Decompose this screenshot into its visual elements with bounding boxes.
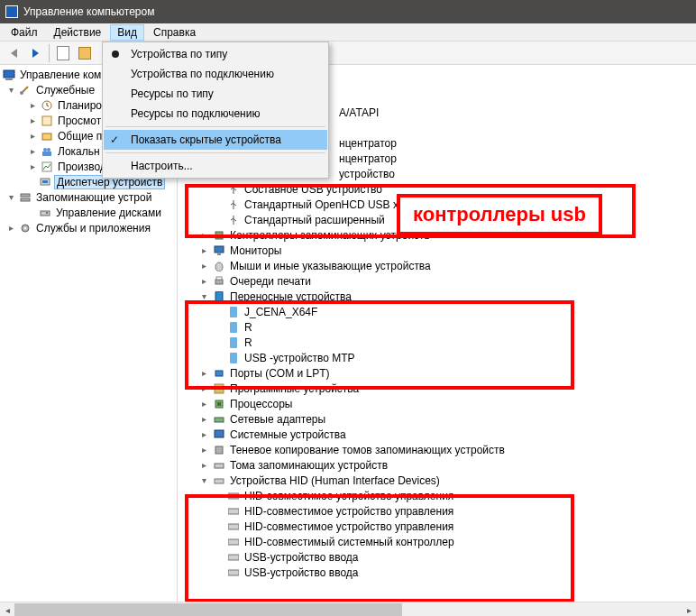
dev-hid4[interactable]: HID-совместимый системный контроллер (179, 534, 694, 549)
svg-rect-30 (215, 384, 224, 393)
menu-customize[interactable]: Настроить... (104, 156, 327, 176)
tree-svcapps[interactable]: ▸ Службы и приложения (0, 220, 177, 235)
device-label: HID-совместимое устройство управления (243, 520, 455, 533)
device-label: Стандартный расширенный (243, 214, 387, 226)
chevron-down-icon[interactable]: ▾ (5, 192, 16, 202)
dev-usbinp1[interactable]: USB-устройство ввода (179, 549, 694, 565)
scroll-thumb[interactable] (14, 603, 402, 616)
chevron-right-icon[interactable]: ▸ (27, 131, 38, 141)
chevron-down-icon[interactable]: ▾ (5, 85, 16, 95)
forward-button[interactable] (25, 43, 45, 63)
device-label: HID-совместимое устройство управления (243, 505, 455, 518)
svg-point-17 (24, 226, 27, 229)
dev-usbinp2[interactable]: USB-устройство ввода (179, 565, 694, 580)
cat-hid[interactable]: ▾Устройства HID (Human Interface Devices… (179, 473, 694, 488)
net-icon (212, 413, 226, 426)
chevron-right-icon[interactable]: ▸ (27, 161, 38, 171)
view-menu-dropdown[interactable]: Устройства по типу Устройства по подключ… (102, 41, 329, 179)
chevron-right-icon[interactable]: ▸ (197, 276, 210, 286)
horizontal-scrollbar[interactable]: ◂ ▸ (0, 602, 696, 616)
chevron-right-icon[interactable]: ▸ (197, 445, 210, 455)
dev-openhcd[interactable]: Стандартный OpenHCD USB х (179, 197, 694, 212)
devmgr-icon (38, 176, 52, 188)
chevron-right-icon[interactable]: ▸ (197, 261, 210, 271)
device-label: USB-устройство ввода (243, 551, 361, 564)
device-label: Стандартный OpenHCD USB х (243, 198, 400, 211)
dev-r1[interactable]: R (179, 319, 694, 335)
computer-icon (212, 428, 226, 441)
cat-cpus[interactable]: ▸Процессоры (179, 396, 694, 411)
chevron-right-icon[interactable]: ▸ (27, 146, 38, 156)
svg-rect-43 (228, 570, 239, 575)
dev-hid3[interactable]: HID-совместимое устройство управления (179, 519, 694, 534)
device-label: Системные устройства (228, 428, 348, 441)
cat-portable[interactable]: ▾ Переносные устройства (179, 289, 694, 304)
chevron-right-icon[interactable]: ▸ (197, 460, 210, 470)
svg-rect-24 (215, 291, 223, 302)
chevron-right-icon[interactable]: ▸ (197, 414, 210, 424)
scroll-left-button[interactable]: ◂ (0, 602, 14, 616)
cat-volumes[interactable]: ▸Тома запоминающих устройств (179, 457, 694, 473)
tree-storage[interactable]: ▾ Запоминающие устрой (0, 189, 177, 205)
chevron-right-icon[interactable]: ▸ (27, 115, 38, 125)
chevron-down-icon[interactable]: ▾ (197, 475, 210, 485)
cat-printq[interactable]: ▸ Очереди печати (179, 273, 694, 289)
cat-mice[interactable]: ▸ Мыши и иные указывающие устройства (179, 258, 694, 273)
tree-diskmgr[interactable]: Управление дисками (0, 205, 177, 220)
menu-help[interactable]: Справка (146, 24, 203, 41)
dev-composite[interactable]: Составное USB устройство (179, 181, 694, 197)
dev-r2[interactable]: R (179, 335, 694, 350)
chevron-right-icon[interactable]: ▸ (197, 245, 210, 255)
disk-icon (212, 459, 226, 472)
chevron-right-icon[interactable]: ▸ (197, 399, 210, 409)
chevron-right-icon[interactable]: ▸ (197, 383, 210, 393)
cat-ports[interactable]: ▸Порты (COM и LPT) (179, 365, 694, 381)
menu-by-conn[interactable]: Устройства по подключению (104, 64, 327, 84)
cat-monitors[interactable]: ▸ Мониторы (179, 243, 694, 258)
shared-icon (40, 130, 54, 143)
menu-item-label: Ресурсы по подключению (131, 107, 260, 120)
cat-swdev[interactable]: ▸Программные устройства (179, 381, 694, 396)
dev-hid2[interactable]: HID-совместимое устройство управления (179, 503, 694, 519)
cat-storage-ctrl[interactable]: ▸ Контроллеры запоминающих устройств (179, 227, 694, 243)
phone-icon (226, 352, 241, 364)
chevron-right-icon[interactable]: ▸ (27, 100, 38, 110)
menu-by-type[interactable]: Устройства по типу (104, 44, 327, 64)
cpu-icon (212, 398, 226, 410)
tree-label: Общие п (56, 130, 104, 143)
dev-hid1[interactable]: HID-совместимое устройство управления (179, 488, 694, 503)
menu-file[interactable]: Файл (4, 24, 45, 41)
cat-volshadow[interactable]: ▸Теневое копирование томов запоминающих … (179, 442, 694, 457)
dev-exthost[interactable]: Стандартный расширенный (179, 212, 694, 227)
phone-icon (226, 306, 241, 318)
back-button[interactable] (4, 43, 23, 63)
cat-net[interactable]: ▸Сетевые адаптеры (179, 411, 694, 427)
titlebar[interactable]: Управление компьютером (0, 0, 696, 23)
tree-label: Управление дисками (54, 207, 163, 219)
toolbar-btn-2[interactable] (75, 43, 95, 63)
svg-rect-14 (41, 211, 50, 216)
chevron-right-icon[interactable]: ▸ (197, 368, 210, 378)
chevron-right-icon[interactable]: ▸ (197, 429, 210, 439)
dev-jcena[interactable]: J_CENA_X64F (179, 304, 694, 319)
dev-mtp[interactable]: USB -устройство MTP (179, 350, 694, 365)
mouse-icon (212, 260, 226, 272)
sw-icon (212, 382, 226, 395)
menu-show-hidden[interactable]: ✓Показать скрытые устройства (104, 130, 327, 150)
menu-action[interactable]: Действие (47, 24, 109, 41)
chevron-right-icon[interactable]: ▸ (197, 230, 210, 240)
chevron-down-icon[interactable]: ▾ (197, 291, 210, 301)
menu-res-type[interactable]: Ресурсы по типу (104, 84, 327, 104)
scroll-right-button[interactable]: ▸ (682, 602, 696, 616)
chevron-right-icon[interactable]: ▸ (5, 223, 16, 233)
svg-rect-37 (215, 479, 224, 483)
menu-res-conn[interactable]: Ресурсы по подключению (104, 104, 327, 124)
cat-sysdev[interactable]: ▸Системные устройства (179, 427, 694, 442)
svg-rect-20 (217, 253, 221, 255)
svg-rect-35 (215, 446, 223, 454)
menu-view[interactable]: Вид (110, 24, 144, 41)
menu-separator (105, 126, 325, 127)
usb-icon (226, 183, 241, 196)
gear-icon (18, 222, 32, 234)
toolbar-btn-1[interactable] (53, 43, 73, 63)
